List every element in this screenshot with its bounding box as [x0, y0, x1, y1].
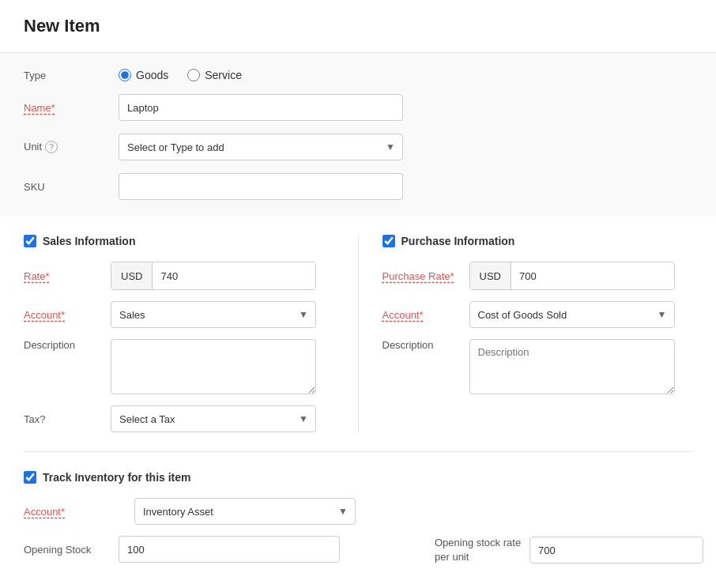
name-label: Name* [24, 102, 119, 114]
type-label: Type [24, 70, 119, 81]
inventory-account-wrapper: Inventory Asset ▼ [134, 498, 356, 525]
unit-label: Unit? [24, 141, 119, 154]
tax-help-icon[interactable]: ? [40, 413, 45, 425]
opening-stock-rate-item: Opening stock rate per unit [435, 536, 703, 564]
opening-stock-input[interactable] [119, 536, 340, 563]
purchase-description-label: Description [382, 339, 469, 351]
goods-radio[interactable] [119, 69, 131, 81]
sales-info-header: Sales Information [43, 235, 135, 247]
service-label: Service [205, 69, 242, 81]
sku-label: SKU [24, 181, 119, 193]
purchase-info-checkbox[interactable] [382, 235, 395, 247]
inventory-account-select[interactable]: Inventory Asset [134, 498, 356, 525]
inventory-checkbox[interactable] [24, 471, 36, 484]
sales-account-wrapper: Sales ▼ [111, 301, 316, 328]
sales-info-panel: Sales Information Rate* USD Account* Sal… [24, 235, 358, 432]
purchase-account-label: Account* [382, 309, 469, 321]
sales-tax-label: Tax? [24, 413, 111, 425]
sales-description-label: Description [24, 339, 111, 351]
purchase-rate-label: Purchase Rate* [382, 270, 469, 282]
goods-label: Goods [136, 69, 168, 81]
purchase-account-wrapper: Cost of Goods Sold ▼ [469, 301, 675, 328]
purchase-currency: USD [470, 262, 511, 289]
opening-stock-item: Opening Stock [24, 536, 340, 563]
sales-tax-select[interactable]: Select a Tax [111, 405, 316, 432]
sales-account-label: Account* [24, 309, 111, 321]
unit-help-icon[interactable]: ? [45, 141, 58, 153]
sales-description-textarea[interactable] [111, 339, 316, 394]
unit-select[interactable]: Select or Type to add [119, 134, 403, 160]
page-title: New Item [24, 16, 692, 36]
sales-info-checkbox[interactable] [24, 235, 36, 247]
sku-input[interactable] [119, 173, 403, 200]
sales-rate-input[interactable] [153, 262, 315, 289]
type-radio-group: Goods Service [119, 69, 242, 81]
purchase-description-textarea[interactable] [469, 339, 675, 394]
opening-stock-rate-label: Opening stock rate per unit [435, 536, 529, 564]
service-radio-option[interactable]: Service [187, 69, 242, 81]
sales-currency: USD [111, 262, 153, 289]
sales-rate-group: USD [111, 262, 316, 290]
purchase-info-header: Purchase Information [401, 235, 515, 247]
inventory-section: Track Inventory for this item Account* I… [24, 451, 692, 583]
inventory-account-label: Account* [24, 506, 134, 518]
goods-radio-option[interactable]: Goods [119, 69, 168, 81]
purchase-rate-input[interactable] [511, 262, 674, 289]
sales-account-select[interactable]: Sales [111, 301, 316, 328]
name-input[interactable] [119, 94, 403, 121]
purchase-info-panel: Purchase Information Purchase Rate* USD … [358, 235, 693, 432]
inventory-header: Track Inventory for this item [43, 471, 191, 484]
purchase-rate-group: USD [469, 262, 675, 290]
sales-rate-label: Rate* [24, 270, 111, 282]
service-radio[interactable] [187, 69, 200, 81]
opening-stock-label: Opening Stock [24, 544, 119, 556]
unit-select-wrapper: Select or Type to add ▼ [119, 134, 403, 160]
opening-stock-rate-input[interactable] [529, 537, 703, 564]
purchase-account-select[interactable]: Cost of Goods Sold [469, 301, 675, 328]
sales-tax-wrapper: Select a Tax ▼ [111, 405, 316, 432]
